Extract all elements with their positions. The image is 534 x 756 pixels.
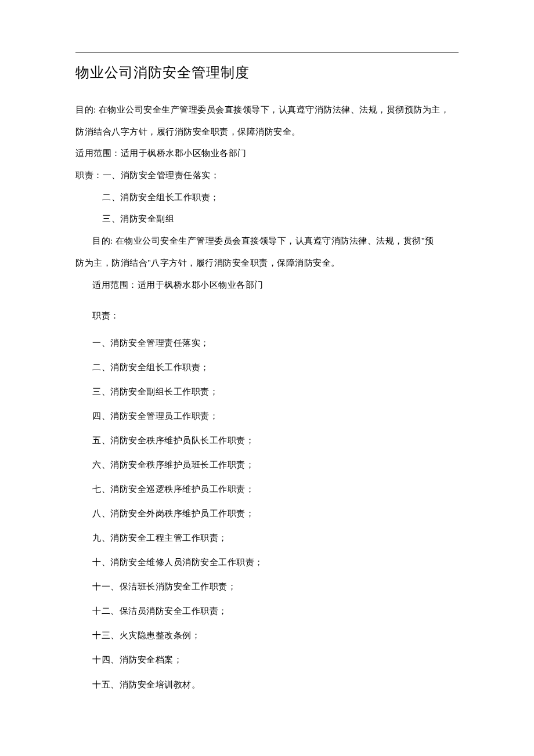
duty-item-3: 三、消防安全副组长工作职责；: [75, 379, 459, 404]
body-purpose-line2: 防为主，防消结合"八字方针，履行消防安全职责，保障消防安全。: [75, 252, 459, 274]
duty-item-14: 十四、消防安全档案；: [75, 648, 459, 672]
duty-item-11: 十一、保洁班长消防安全工作职责；: [75, 574, 459, 599]
duty-item-7: 七、消防安全巡逻秩序维护员工作职责；: [75, 477, 459, 501]
duty-item-8: 八、消防安全外岗秩序维护员工作职责；: [75, 501, 459, 526]
duty-item-2: 二、消防安全组长工作职责；: [75, 355, 459, 379]
intro-purpose-line1: 目的: 在物业公司安全生产管理委员会直接领导下，认真遵守消防法律、法规，贯彻预防…: [75, 99, 459, 121]
body-duty-label: 职责：: [75, 305, 459, 327]
top-rule: [75, 52, 459, 53]
duty-item-9: 九、消防安全工程主管工作职责；: [75, 526, 459, 550]
duty-item-10: 十、消防安全维修人员消防安全工作职责；: [75, 550, 459, 574]
intro-duty-1: 职责：一、消防安全管理责任落实；: [75, 165, 459, 187]
intro-purpose-line2: 防消结合八字方针，履行消防安全职责，保障消防安全。: [75, 121, 459, 143]
intro-duty-3: 三、消防安全副组: [75, 208, 459, 230]
duty-item-12: 十二、保洁员消防安全工作职责；: [75, 599, 459, 623]
body-purpose-line1: 目的: 在物业公司安全生产管理委员会直接领导下，认真遵守消防法律、法规，贯彻"预: [75, 230, 459, 252]
duty-item-6: 六、消防安全秩序维护员班长工作职责；: [75, 453, 459, 477]
body-scope: 适用范围：适用于枫桥水郡小区物业各部门: [75, 274, 459, 296]
duty-item-5: 五、消防安全秩序维护员队长工作职责；: [75, 428, 459, 453]
duty-item-1: 一、消防安全管理责任落实；: [75, 331, 459, 355]
document-page: 物业公司消防安全管理制度 目的: 在物业公司安全生产管理委员会直接领导下，认真遵…: [0, 0, 534, 732]
duty-item-13: 十三、火灾隐患整改条例；: [75, 623, 459, 648]
document-title: 物业公司消防安全管理制度: [75, 63, 459, 82]
intro-scope: 适用范围：适用于枫桥水郡小区物业各部门: [75, 143, 459, 165]
intro-duty-2: 二、消防安全组长工作职责；: [75, 187, 459, 209]
duty-item-4: 四、消防安全管理员工作职责；: [75, 404, 459, 428]
spacer: [75, 296, 459, 305]
duty-item-15: 十五、消防安全培训教材。: [75, 672, 459, 697]
